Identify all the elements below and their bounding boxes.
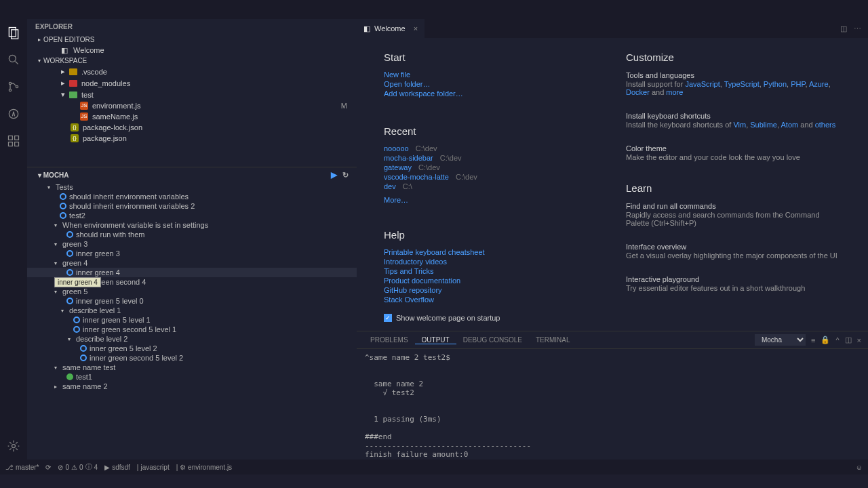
more-recent-link[interactable]: More…	[384, 195, 599, 205]
find-commands[interactable]: Find and run all commands	[626, 202, 841, 210]
test-group[interactable]: ▾green 5	[27, 287, 357, 296]
output-content[interactable]: ^same name 2 test2$ same name 2 √ test2 …	[357, 349, 868, 460]
explorer-icon[interactable]	[5, 24, 22, 41]
output-channel-select[interactable]: Mocha	[755, 334, 806, 346]
test-group[interactable]: ▾When environment variable is set in set…	[27, 220, 357, 230]
lang-mode[interactable]: | javascript	[137, 464, 170, 471]
feedback-icon[interactable]: ☺	[856, 464, 863, 471]
test-item[interactable]: inner green 5 level 2	[27, 344, 357, 353]
mocha-title: MOCHA	[43, 171, 69, 179]
tab-output[interactable]: OUTPUT	[415, 336, 456, 344]
recent-item[interactable]: noooooC:\dev	[384, 144, 599, 153]
test-item[interactable]: inner green 5 level 1	[27, 315, 357, 325]
help-docs[interactable]: Product documentation	[384, 276, 599, 285]
tab-terminal[interactable]: TERMINAL	[529, 336, 577, 344]
tab-welcome[interactable]: ◧ Welcome ×	[357, 19, 425, 38]
extensions-icon[interactable]	[5, 133, 22, 149]
run-all-icon[interactable]: ▶	[331, 170, 337, 180]
test-item[interactable]: inner green 5 level 0	[27, 296, 357, 306]
file-package-json[interactable]: {}package.json	[27, 133, 357, 144]
recent-item[interactable]: gatewayC:\dev	[384, 163, 599, 172]
open-folder-link[interactable]: Open folder…	[384, 79, 599, 89]
tree-label: describe level 1	[69, 306, 121, 314]
file-environment-js[interactable]: JSenvironment.jsM	[27, 100, 357, 111]
recent-item[interactable]: mocha-sidebarC:\dev	[384, 153, 599, 163]
test-item[interactable]: inner green 4 inner green 4	[27, 268, 357, 277]
test-group[interactable]: ▾same name test	[27, 363, 357, 372]
open-editors-header[interactable]: ▸OPEN EDITORS	[27, 35, 357, 45]
help-cheatsheet[interactable]: Printable keyboard cheatsheet	[384, 247, 599, 257]
color-theme[interactable]: Color theme	[626, 144, 841, 152]
run-label[interactable]: ▶ sdfsdf	[104, 464, 130, 471]
tab-problems[interactable]: PROBLEMS	[363, 336, 415, 344]
more-icon[interactable]: ⋯	[854, 24, 861, 33]
toggle-layout-icon[interactable]: ◫	[845, 336, 852, 344]
folder-node-modules[interactable]: ▸node_modules	[27, 77, 357, 89]
test-item[interactable]: inner green second 5 level 1	[27, 325, 357, 334]
tab-label: Welcome	[374, 24, 406, 33]
split-icon[interactable]: ◫	[840, 24, 847, 33]
test-item[interactable]: should inherit environment variables 2	[27, 201, 357, 211]
help-tips[interactable]: Tips and Tricks	[384, 266, 599, 276]
active-file[interactable]: | ⚙ environment.js	[176, 464, 232, 471]
add-workspace-link[interactable]: Add workspace folder…	[384, 89, 599, 98]
test-item[interactable]: should run with them	[27, 230, 357, 239]
show-welcome-toggle[interactable]: ✓ Show welcome page on startup	[384, 314, 599, 322]
json-icon: {}	[71, 134, 79, 142]
test-group[interactable]: ▾describe level 2	[27, 334, 357, 344]
folder-vscode[interactable]: ▸.vscode	[27, 66, 357, 77]
recent-item[interactable]: vscode-mocha-latteC:\dev	[384, 172, 599, 182]
sync-icon[interactable]: ⟳	[45, 464, 51, 471]
vscode-icon: ◧	[363, 24, 370, 33]
test-item[interactable]: should inherit environment variables	[27, 192, 357, 201]
maximize-icon[interactable]: ^	[835, 336, 839, 344]
mocha-header[interactable]: ▾ MOCHA ▶ ↻	[27, 167, 357, 182]
file-samename-js[interactable]: JSsameName.js	[27, 111, 357, 122]
editor-area: ◧ Welcome × ◫ ⋯ Start New file Open fold…	[357, 19, 868, 460]
tab-debug-console[interactable]: DEBUG CONSOLE	[456, 336, 529, 344]
tests-root[interactable]: ▾Tests	[27, 182, 357, 192]
problems-status[interactable]: ⊘ 0 ⚠ 0 ⓘ 4	[58, 462, 98, 472]
tools-languages[interactable]: Tools and languages	[626, 71, 841, 79]
test-group[interactable]: ▾green 3	[27, 239, 357, 249]
find-commands-desc: Rapidly access and search commands from …	[626, 210, 841, 228]
test-group[interactable]: ▸same name 2	[27, 382, 357, 391]
file-label: package.json	[83, 134, 127, 142]
help-videos[interactable]: Introductory videos	[384, 257, 599, 266]
interactive-playground[interactable]: Interactive playground	[626, 275, 841, 283]
clear-icon[interactable]: ≡	[811, 336, 815, 344]
workspace-label: WORKSPACE	[43, 57, 87, 64]
open-editor-welcome[interactable]: ◧Welcome	[27, 45, 357, 56]
interface-overview[interactable]: Interface overview	[626, 243, 841, 251]
search-icon[interactable]	[5, 52, 22, 68]
close-icon[interactable]: ×	[414, 24, 418, 33]
refresh-icon[interactable]: ↻	[342, 171, 349, 180]
debug-icon[interactable]	[5, 106, 22, 122]
status-bar: ⎇ master* ⟳ ⊘ 0 ⚠ 0 ⓘ 4 ▶ sdfsdf | javas…	[0, 460, 868, 474]
tree-label: inner green second 5 level 2	[90, 354, 183, 362]
settings-icon[interactable]	[5, 438, 22, 454]
help-stack[interactable]: Stack Overflow	[384, 295, 599, 304]
recent-item[interactable]: devC:\	[384, 182, 599, 191]
file-package-lock[interactable]: {}package-lock.json	[27, 122, 357, 133]
test-item[interactable]: test1	[27, 372, 357, 382]
file-label: test	[81, 91, 94, 99]
status-dot	[73, 326, 80, 333]
test-item[interactable]: test2	[27, 211, 357, 220]
install-keyboard[interactable]: Install keyboard shortcuts	[626, 112, 841, 120]
git-branch[interactable]: ⎇ master*	[5, 464, 39, 471]
new-file-link[interactable]: New file	[384, 70, 599, 79]
folder-test[interactable]: ▾test	[27, 89, 357, 100]
title-bar	[0, 0, 868, 19]
test-group[interactable]: ▾describe level 1	[27, 306, 357, 315]
git-icon[interactable]	[5, 79, 22, 95]
status-dot-passed	[66, 373, 73, 380]
test-item[interactable]: inner green second 5 level 2	[27, 353, 357, 363]
test-item[interactable]: inner green 3	[27, 249, 357, 258]
workspace-header[interactable]: ▾WORKSPACE	[27, 56, 357, 66]
help-github[interactable]: GitHub repository	[384, 285, 599, 295]
close-panel-icon[interactable]: ×	[857, 336, 861, 344]
lock-icon[interactable]: 🔒	[821, 336, 830, 344]
tree-label: inner green 5 level 0	[76, 297, 144, 305]
test-group[interactable]: ▾green 4	[27, 258, 357, 268]
